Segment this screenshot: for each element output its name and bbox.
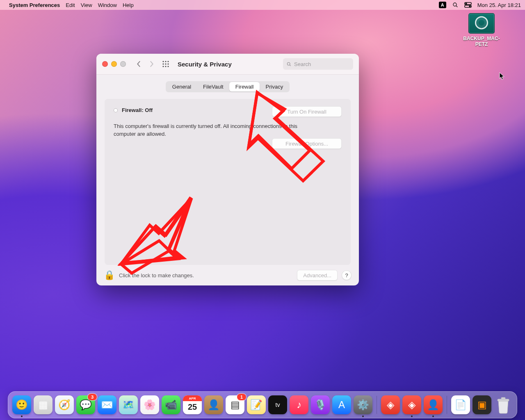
cursor-icon (499, 72, 506, 80)
svg-line-16 (290, 65, 291, 66)
dock-app-anydesk-3[interactable]: 👤 (424, 395, 443, 414)
window-close-button[interactable] (102, 61, 108, 67)
firewall-description: This computer's firewall is currently tu… (114, 123, 310, 137)
tab-general[interactable]: General (167, 82, 197, 91)
tab-privacy[interactable]: Privacy (260, 82, 289, 91)
dock-app-photos[interactable]: 🌸 (140, 395, 159, 414)
desktop-icon-label: BACKUP_MAC-PETZ (461, 36, 502, 48)
dock-trash[interactable] (494, 395, 513, 414)
svg-point-4 (466, 3, 467, 4)
tab-bar: General FileVault Firewall Privacy (166, 81, 290, 92)
window-minimize-button[interactable] (111, 61, 117, 67)
dock-app-systempreferences[interactable]: ⚙️ (354, 395, 372, 414)
desktop-icon-backup-drive[interactable]: BACKUP_MAC-PETZ (461, 13, 502, 48)
dock-app-mail[interactable]: ✉️ (98, 395, 116, 414)
dock-app-safari[interactable]: 🧭 (55, 395, 74, 414)
svg-point-14 (167, 66, 169, 67)
menubar-item-edit[interactable]: Edit (66, 2, 75, 8)
dock-app-anydesk-1[interactable]: ◈ (381, 395, 400, 414)
desktop-background: System Preferences Edit View Window Help… (0, 0, 525, 420)
dock-app-notes[interactable]: 📝 (247, 395, 266, 414)
lock-hint-text: Click the lock to make changes. (119, 272, 194, 278)
input-source-icon[interactable]: A (439, 2, 446, 8)
svg-point-0 (453, 3, 457, 6)
svg-point-10 (165, 64, 166, 65)
search-placeholder: Search (294, 61, 311, 67)
advanced-button[interactable]: Advanced... (297, 270, 338, 281)
dock-running-indicator (21, 415, 23, 417)
dock-app-tv[interactable]: tv (268, 395, 287, 414)
menubar: System Preferences Edit View Window Help… (0, 0, 525, 10)
menubar-app-name[interactable]: System Preferences (9, 2, 60, 8)
svg-point-12 (162, 66, 164, 67)
dock-app-appstore[interactable]: A (332, 395, 351, 414)
dock-running-indicator (432, 415, 434, 417)
dock-running-indicator (411, 415, 413, 417)
svg-point-7 (165, 61, 166, 62)
dock-app-podcasts[interactable]: 🎙️ (311, 395, 330, 414)
menubar-item-help[interactable]: Help (123, 2, 134, 8)
window-titlebar[interactable]: Security & Privacy Search (96, 54, 359, 75)
tab-filevault[interactable]: FileVault (197, 82, 229, 91)
dock-app-maps[interactable]: 🗺️ (119, 395, 138, 414)
dock-app-document-1[interactable]: 📄 (451, 395, 470, 414)
show-all-preferences-button[interactable] (160, 59, 171, 69)
dock-app-document-2[interactable]: ▣ (472, 395, 491, 414)
svg-point-5 (469, 6, 470, 7)
window-footer: 🔒 Click the lock to make changes. Advanc… (96, 265, 359, 285)
window-zoom-button[interactable] (120, 61, 126, 67)
preferences-search-input[interactable]: Search (283, 58, 353, 70)
dock-app-launchpad[interactable]: ▦ (34, 395, 52, 414)
dock-running-indicator (362, 415, 364, 417)
dock-app-facetime[interactable]: 📹 (162, 395, 180, 414)
tab-firewall[interactable]: Firewall (229, 82, 260, 91)
menubar-datetime[interactable]: Mon 25. Apr 18:21 (477, 2, 521, 8)
dock-badge: 3 (88, 394, 97, 400)
control-center-icon[interactable] (464, 2, 472, 8)
menubar-item-window[interactable]: Window (98, 2, 117, 8)
system-preferences-window: Security & Privacy Search General FileVa… (96, 54, 359, 285)
dock-app-anydesk-2[interactable]: ◈ (402, 395, 421, 414)
dock-app-calendar[interactable]: APR25 (183, 395, 202, 414)
window-title: Security & Privacy (178, 61, 232, 68)
dock-badge: 1 (237, 394, 246, 400)
spotlight-icon[interactable] (452, 2, 459, 8)
svg-point-15 (287, 62, 290, 65)
time-machine-drive-icon (468, 13, 495, 34)
turn-on-firewall-button[interactable]: Turn On Firewall (272, 106, 342, 117)
svg-point-13 (165, 66, 166, 67)
dock-app-finder[interactable]: 🙂 (12, 395, 31, 414)
svg-point-11 (167, 64, 169, 65)
svg-point-6 (162, 61, 164, 62)
menubar-item-view[interactable]: View (81, 2, 92, 8)
help-button[interactable]: ? (342, 270, 352, 280)
traffic-lights (102, 61, 126, 67)
dock-app-reminders[interactable]: ▤1 (226, 395, 244, 414)
nav-forward-button[interactable] (147, 59, 156, 69)
dock-app-music[interactable]: ♪ (290, 395, 308, 414)
firewall-status-indicator-icon (114, 108, 118, 112)
dock-separator (447, 396, 447, 414)
dock-separator (377, 396, 377, 414)
svg-line-1 (456, 6, 457, 7)
firewall-status-label: Firewall: Off (122, 107, 153, 113)
svg-point-9 (162, 64, 164, 65)
dock-app-messages[interactable]: 💬3 (76, 395, 95, 414)
firewall-options-button[interactable]: Firewall Options... (272, 138, 342, 149)
firewall-panel: Firewall: Off Turn On Firewall This comp… (105, 99, 351, 265)
lock-icon[interactable]: 🔒 (104, 270, 115, 281)
dock-app-contacts[interactable]: 👤 (204, 395, 223, 414)
dock: 🙂▦🧭💬3✉️🗺️🌸📹APR25👤▤1📝tv♪🎙️A⚙️◈◈👤📄▣ (8, 391, 517, 418)
svg-rect-22 (501, 397, 505, 399)
svg-rect-21 (498, 399, 509, 401)
nav-back-button[interactable] (134, 59, 143, 69)
svg-point-8 (167, 61, 169, 62)
